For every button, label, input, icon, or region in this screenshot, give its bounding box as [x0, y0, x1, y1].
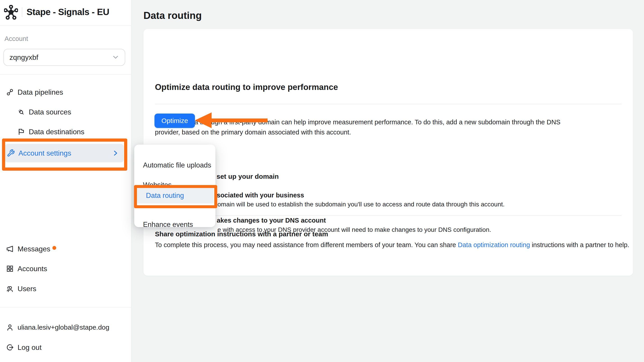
sidebar-divider: [0, 25, 132, 26]
card-title: Optimize data routing to improve perform…: [155, 82, 338, 92]
app-title: Stape - Signals - EU: [26, 7, 109, 17]
megaphone-icon: [6, 245, 14, 253]
sidebar-item-account-settings[interactable]: Account settings: [5, 144, 124, 162]
account-selector[interactable]: zqngyxbf: [3, 49, 125, 66]
menu-item-label: Enhance events: [143, 220, 193, 229]
sidebar-divider: [0, 307, 132, 308]
sidebar-item-users[interactable]: Users: [6, 282, 36, 296]
app-window: Stape - Signals - EU Account zqngyxbf Da…: [0, 0, 644, 362]
sidebar-item-data-pipelines[interactable]: Data pipelines: [6, 85, 63, 100]
share-body-text: instructions with a partner to help.: [530, 241, 630, 248]
menu-item-enhance-events[interactable]: Enhance events: [134, 217, 216, 232]
obscured-item-title-fragment: sociated with your business: [217, 192, 304, 199]
sidebar-item-label: Data sources: [29, 108, 71, 116]
sidebar-divider: [0, 74, 132, 75]
sidebar-item-label: Data pipelines: [18, 88, 63, 96]
user-email-item[interactable]: uliana.lesiv+global@stape.dog: [6, 320, 109, 334]
sidebar-item-label: Account settings: [18, 149, 113, 158]
chevron-down-icon: [112, 55, 119, 60]
optimize-button[interactable]: Optimize: [154, 114, 195, 128]
stape-logo-icon: [4, 5, 18, 20]
account-label: Account: [4, 35, 28, 42]
plug-icon: [17, 108, 25, 116]
sidebar-item-label: Data destinations: [29, 128, 84, 136]
brand-divider: [22, 8, 22, 17]
obscured-item-body-fragment: omain will be used to establish the subd…: [218, 201, 504, 208]
notification-dot: [52, 246, 56, 250]
wrench-icon: [7, 149, 15, 157]
account-settings-submenu: Automatic file uploads Websites Data rou…: [134, 144, 216, 227]
sidebar-item-accounts[interactable]: Accounts: [6, 262, 47, 276]
sidebar-item-data-destinations[interactable]: Data destinations: [17, 124, 84, 139]
data-routing-card: Optimize data routing to improve perform…: [144, 29, 633, 276]
pipeline-nodes-icon: [6, 88, 14, 96]
sidebar-item-label: Messages: [18, 245, 50, 253]
data-optimization-routing-link[interactable]: Data optimization routing: [458, 241, 530, 248]
sidebar: Stape - Signals - EU Account zqngyxbf Da…: [0, 0, 132, 362]
card-divider: [155, 104, 622, 104]
obscured-item-title-fragment: akes changes to your DNS account: [217, 217, 326, 224]
sidebar-item-label: Accounts: [18, 265, 47, 273]
share-body-text: To complete this process, you may need a…: [155, 241, 458, 248]
sidebar-item-messages[interactable]: Messages: [6, 242, 50, 256]
logout-label: Log out: [18, 343, 42, 352]
chevron-right-icon: [113, 150, 118, 157]
users-icon: [6, 285, 14, 293]
description-line: provider, based on the primary domain as…: [155, 127, 560, 138]
sidebar-item-data-sources[interactable]: Data sources: [17, 105, 71, 119]
person-icon: [6, 323, 14, 332]
flag-icon: [17, 128, 25, 136]
logout-item[interactable]: Log out: [6, 340, 42, 354]
obscured-heading-fragment: set up your domain: [216, 173, 279, 180]
menu-item-data-routing[interactable]: Data routing: [137, 188, 214, 204]
annotation-arrow-head: [195, 112, 212, 128]
logout-icon: [6, 343, 14, 352]
share-section-body: To complete this process, you may need a…: [155, 240, 632, 250]
menu-item-automatic-file-uploads[interactable]: Automatic file uploads: [134, 158, 216, 173]
menu-item-label: Automatic file uploads: [143, 161, 211, 169]
annotation-arrow-shaft: [211, 118, 268, 122]
page-title: Data routing: [144, 10, 202, 21]
section-divider: [155, 216, 622, 216]
user-email: uliana.lesiv+global@stape.dog: [18, 324, 109, 331]
grid-icon: [6, 265, 14, 273]
account-selector-value: zqngyxbf: [10, 53, 112, 62]
sidebar-item-label: Users: [18, 285, 36, 293]
brand-header: Stape - Signals - EU: [0, 0, 132, 25]
menu-item-label: Data routing: [146, 192, 184, 200]
